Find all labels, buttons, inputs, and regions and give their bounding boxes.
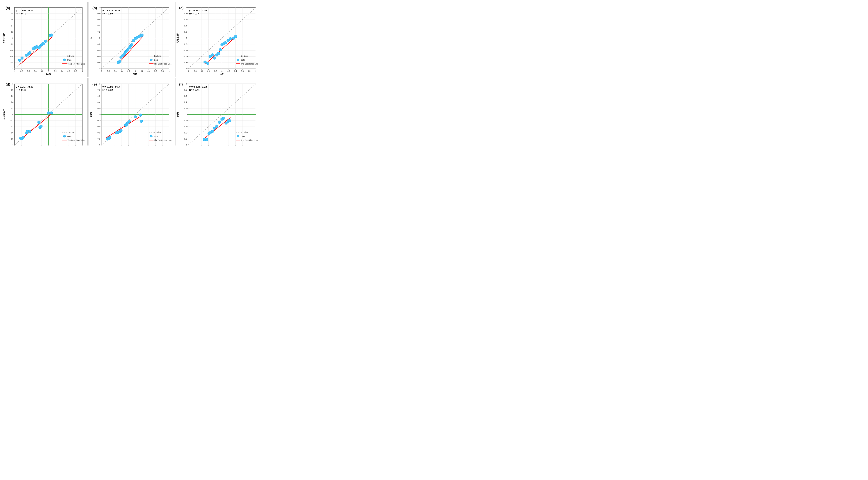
svg-point-389 (108, 136, 111, 139)
svg-text:1: 1 (12, 6, 13, 8)
svg-text:-0.2: -0.2 (97, 119, 100, 122)
svg-point-37 (51, 34, 53, 37)
svg-text:1: 1 (99, 6, 100, 8)
chart-grid: -1-1-0.8-0.8-0.6-0.6-0.4-0.4-0.2-0.2000.… (0, 0, 263, 145)
svg-point-22 (21, 57, 24, 60)
svg-point-213 (213, 57, 216, 60)
chart-c: -1-1-0.8-0.8-0.6-0.6-0.4-0.4-0.2-0.2000.… (175, 2, 261, 77)
svg-text:0.4: 0.4 (61, 70, 63, 72)
svg-text:0.6: 0.6 (154, 70, 157, 72)
svg-text:-0.2: -0.2 (184, 119, 187, 122)
svg-point-115 (119, 60, 121, 63)
svg-text:-0.4: -0.4 (184, 126, 187, 128)
svg-point-489 (228, 119, 231, 122)
svg-text:0.2: 0.2 (184, 107, 187, 109)
svg-text:(c): (c) (179, 6, 184, 10)
svg-text:0: 0 (186, 37, 187, 39)
svg-text:-0.2: -0.2 (97, 43, 100, 45)
svg-text:0.2: 0.2 (141, 70, 143, 72)
svg-text:1:1 Line: 1:1 Line (67, 132, 74, 134)
svg-point-209 (204, 61, 206, 63)
svg-text:-0.2: -0.2 (214, 70, 217, 72)
svg-point-478 (205, 138, 208, 141)
svg-text:1: 1 (186, 6, 187, 8)
svg-text:y = 0.75x - 0.20: y = 0.75x - 0.20 (16, 85, 33, 88)
svg-text:1:1 Line: 1:1 Line (241, 55, 248, 57)
svg-text:0.2: 0.2 (97, 107, 100, 109)
svg-text:-1: -1 (11, 144, 13, 145)
svg-text:IAH: IAH (176, 112, 179, 117)
svg-text:IUSBM*: IUSBM* (3, 109, 6, 119)
svg-text:y = 0.89x - 0.32: y = 0.89x - 0.32 (189, 85, 207, 88)
svg-point-306 (38, 121, 40, 124)
svg-text:y = 0.69x - 0.17: y = 0.69x - 0.17 (102, 85, 120, 88)
svg-point-21 (18, 59, 21, 62)
svg-point-89 (63, 59, 65, 61)
svg-text:-0.4: -0.4 (10, 49, 13, 52)
svg-text:(f): (f) (179, 82, 183, 87)
svg-point-25 (29, 52, 31, 54)
svg-text:-1: -1 (187, 70, 189, 72)
svg-text:Data: Data (241, 59, 245, 61)
svg-text:-0.4: -0.4 (97, 49, 100, 52)
svg-text:0.8: 0.8 (184, 89, 187, 91)
svg-text:0.6: 0.6 (67, 70, 70, 72)
svg-text:(a): (a) (6, 6, 10, 10)
svg-text:-0.2: -0.2 (10, 119, 13, 122)
svg-text:0.8: 0.8 (97, 12, 100, 15)
svg-text:-0.2: -0.2 (184, 43, 187, 45)
svg-text:-0.6: -0.6 (27, 70, 30, 72)
svg-point-362 (63, 135, 65, 137)
svg-text:-0.8: -0.8 (10, 62, 13, 64)
svg-text:The Best Fitted Line: The Best Fitted Line (154, 63, 172, 65)
svg-text:-0.6: -0.6 (113, 70, 117, 72)
svg-text:y = 1.22x - 0.22: y = 1.22x - 0.22 (102, 9, 120, 12)
svg-text:-0.8: -0.8 (97, 138, 100, 140)
svg-text:Data: Data (67, 59, 71, 61)
svg-text:1:1 Line: 1:1 Line (154, 55, 161, 57)
chart-svg-c: -1-1-0.8-0.8-0.6-0.6-0.4-0.4-0.2-0.2000.… (176, 3, 260, 76)
svg-text:The Best Fitted Line: The Best Fitted Line (241, 139, 258, 141)
svg-point-132 (141, 34, 144, 37)
svg-text:IAH: IAH (90, 112, 92, 117)
svg-text:Data: Data (154, 59, 158, 61)
svg-text:-1: -1 (14, 70, 16, 72)
svg-text:IUSBM*: IUSBM* (3, 33, 6, 43)
svg-text:0.4: 0.4 (184, 101, 187, 103)
svg-text:0.4: 0.4 (97, 101, 100, 103)
svg-point-482 (213, 127, 216, 130)
svg-text:0: 0 (221, 70, 223, 72)
chart-svg-e: -1-1-0.8-0.8-0.6-0.6-0.4-0.4-0.2-0.2000.… (90, 79, 173, 145)
svg-text:0.6: 0.6 (241, 70, 244, 72)
svg-text:(d): (d) (6, 82, 10, 87)
svg-text:0.8: 0.8 (184, 12, 187, 15)
svg-text:R² = 0.80: R² = 0.80 (102, 12, 113, 15)
svg-text:IML: IML (219, 73, 224, 76)
chart-e: -1-1-0.8-0.8-0.6-0.6-0.4-0.4-0.2-0.2000.… (89, 78, 175, 145)
svg-point-308 (40, 125, 42, 128)
svg-point-126 (130, 43, 133, 46)
svg-text:-0.2: -0.2 (40, 70, 43, 72)
svg-point-35 (44, 40, 47, 43)
svg-text:0.8: 0.8 (248, 70, 250, 72)
svg-point-484 (218, 121, 221, 124)
svg-point-275 (237, 59, 239, 61)
svg-text:The Best Fitted Line: The Best Fitted Line (67, 139, 85, 141)
svg-text:-0.8: -0.8 (10, 138, 13, 140)
svg-point-210 (206, 62, 209, 65)
svg-point-397 (128, 120, 131, 123)
svg-text:-1: -1 (100, 70, 102, 72)
svg-text:0.4: 0.4 (11, 101, 13, 103)
svg-text:1:1 Line: 1:1 Line (241, 132, 248, 134)
svg-text:-0.6: -0.6 (184, 55, 187, 58)
svg-point-34 (42, 42, 45, 45)
svg-point-452 (150, 135, 152, 137)
svg-text:0.2: 0.2 (227, 70, 230, 72)
svg-text:1: 1 (186, 83, 187, 85)
svg-text:0.8: 0.8 (11, 12, 13, 15)
svg-text:0.4: 0.4 (11, 25, 13, 27)
svg-text:-0.8: -0.8 (106, 70, 110, 72)
svg-text:-1: -1 (98, 144, 100, 145)
svg-text:1:1 Line: 1:1 Line (154, 132, 161, 134)
svg-text:0.8: 0.8 (74, 70, 77, 72)
